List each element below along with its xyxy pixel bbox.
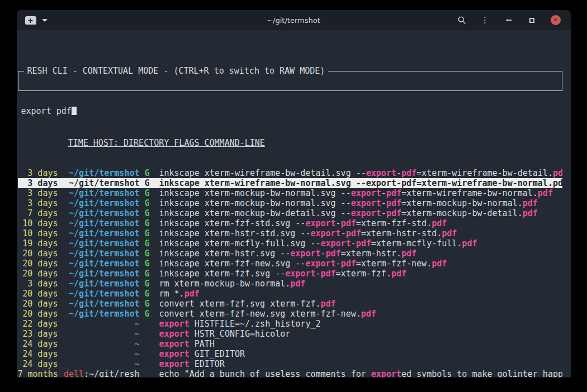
history-row[interactable]: 3 days ~/git/termshot G inkscape xterm-w… [18,178,562,188]
row-time: 3 days [18,178,58,188]
row-command: export PATH [159,339,562,349]
search-match: pdf [432,218,447,228]
search-match: pdf [321,269,336,279]
terminal-content: RESH CLI - CONTEXTUAL MODE - (CTRL+R to … [17,30,571,377]
row-command: export EDITOR [159,359,562,369]
search-match: pdf [386,188,401,198]
history-row[interactable]: 7 days ~/git/termshot G inkscape xterm-m… [18,208,562,218]
minimize-icon[interactable] [504,15,514,25]
host-segment: ~/git/termshot [69,248,139,259]
row-flags: G [140,188,159,198]
row-host-directory: ~/git/termshot [58,259,140,269]
history-row[interactable]: 3 days ~/git/termshot G inkscape xterm-m… [18,198,562,208]
search-match: export [351,208,381,218]
row-command: inkscape xterm-mockup-bw-normal.svg --ex… [159,188,562,198]
history-row[interactable]: 20 days ~/git/termshot G inkscape xterm-… [18,259,562,269]
history-row[interactable]: 24 days ~ export GIT_EDITOR [18,349,562,359]
search-match: pdf [401,248,416,259]
search-match: pdf [341,259,356,269]
history-row[interactable]: 20 days ~/git/termshot G inkscape xterm-… [18,248,562,259]
history-rows: 3 days ~/git/termshot G inkscape xterm-w… [18,168,562,377]
search-match: export [351,198,381,208]
history-row[interactable]: 3 days ~/git/termshot G inkscape xterm-w… [18,168,562,178]
row-time: 20 days [18,248,58,259]
row-command: rm xterm-mockup-bw-normal.pdf [159,279,562,289]
history-row[interactable]: 23 days ~ export HSTR_CONFIG=hicolor [18,329,562,339]
history-row[interactable]: 20 days ~/git/termshot G inkscape xterm-… [18,269,562,279]
row-time: 7 months [18,369,58,377]
search-match: export [285,269,315,279]
row-time: 19 days [18,238,58,248]
search-match: pdf [462,238,477,248]
menu-kebab-icon[interactable]: ⋮ [480,15,490,25]
history-row[interactable]: 24 days ~ export EDITOR [18,359,562,369]
new-tab-icon[interactable]: + [25,16,36,25]
history-row[interactable]: 10 days ~/git/termshot G inkscape xterm-… [18,218,562,228]
row-host-directory: ~/git/termshot [58,168,140,178]
host-segment: ~ [134,359,139,369]
row-flags [140,349,159,359]
row-time: 20 days [18,259,58,269]
row-host-directory: ~/git/termshot [58,248,140,259]
terminal-window: + ~/git/termshot ⋮ ✕ RESH CLI - CONTEXTU… [17,10,571,377]
row-command: rm *.pdf [159,289,562,299]
host-segment: :~/git/resh [84,369,139,377]
history-row[interactable]: 7 months dell:~/git/resh echo "Add a bun… [18,369,562,377]
search-match: pdf [361,309,376,319]
row-command: echo "Add a bunch of useless comments fo… [159,369,562,377]
history-row[interactable]: 3 days ~/git/termshot G inkscape xterm-m… [18,188,562,198]
plus-glyph: + [27,17,34,24]
search-match: pdf [326,248,341,259]
row-flags [140,339,159,349]
host-segment: ~/git/termshot [69,269,139,279]
history-row[interactable]: 20 days ~/git/termshot G rm *.pdf [18,289,562,299]
row-host-directory: ~/git/termshot [58,198,140,208]
search-match: export [305,218,335,228]
host-segment: ~/git/termshot [69,198,139,208]
row-command: inkscape xterm-hstr.svg --export-pdf=xte… [159,248,562,259]
row-flags: G [140,178,159,188]
row-flags: G [140,289,159,299]
search-match: pdf [523,198,538,208]
history-row[interactable]: 24 days ~ export PATH [18,339,562,349]
history-row[interactable]: 20 days ~/git/termshot G convert xterm-f… [18,299,562,309]
row-host-directory: ~/git/termshot [58,309,140,319]
search-match: export [159,359,190,369]
search-match: export [320,238,351,248]
dropdown-caret-icon[interactable] [42,19,48,22]
row-host-directory: ~ [58,319,140,329]
list-header-text: TIME HOST: DIRECTORY FLAGS COMMAND-LINE [68,138,265,148]
host-segment: ~/git/termshot [69,228,139,238]
row-command: inkscape xterm-mockup-bw-normal.svg --ex… [159,198,562,208]
history-row[interactable]: 22 days ~ export HISTFILE=~/.zsh_history… [18,319,562,329]
row-host-directory: ~ [58,349,140,359]
row-command: export GIT_EDITOR [159,349,562,359]
search-match: pdf [290,279,305,289]
host-segment: dell [64,369,84,377]
row-flags: G [140,248,159,259]
row-host-directory: ~/git/termshot [58,269,140,279]
history-row[interactable]: 3 days ~/git/termshot G rm xterm-mockup-… [18,279,562,289]
search-box-title: RESH CLI - CONTEXTUAL MODE - (CTRL+R to … [24,66,329,76]
search-input[interactable]: export pdf [18,102,562,116]
row-flags: G [140,208,159,218]
row-time: 20 days [18,299,58,309]
restore-icon[interactable] [527,15,537,25]
history-row[interactable]: 19 days ~/git/termshot G inkscape xterm-… [18,238,562,248]
history-row[interactable]: 20 days ~/git/termshot G convert xterm-f… [18,309,562,319]
row-flags [140,329,159,339]
row-time: 20 days [18,309,58,319]
host-segment: ~/git/termshot [69,168,139,178]
row-time: 20 days [18,269,58,279]
search-query: export pdf [21,106,72,116]
history-row[interactable]: 10 days ~/git/termshot G inkscape xterm-… [18,228,562,238]
row-command: inkscape xterm-fzf.svg --export-pdf=xter… [159,269,562,279]
host-segment: ~/git/termshot [69,178,139,188]
search-match: export [371,369,401,377]
search-icon[interactable] [457,15,467,25]
row-host-directory: ~ [58,329,140,339]
close-icon[interactable]: ✕ [551,15,561,25]
host-segment: ~/git/termshot [69,279,139,289]
row-host-directory: ~/git/termshot [58,279,140,289]
host-segment: ~/git/termshot [69,259,139,269]
